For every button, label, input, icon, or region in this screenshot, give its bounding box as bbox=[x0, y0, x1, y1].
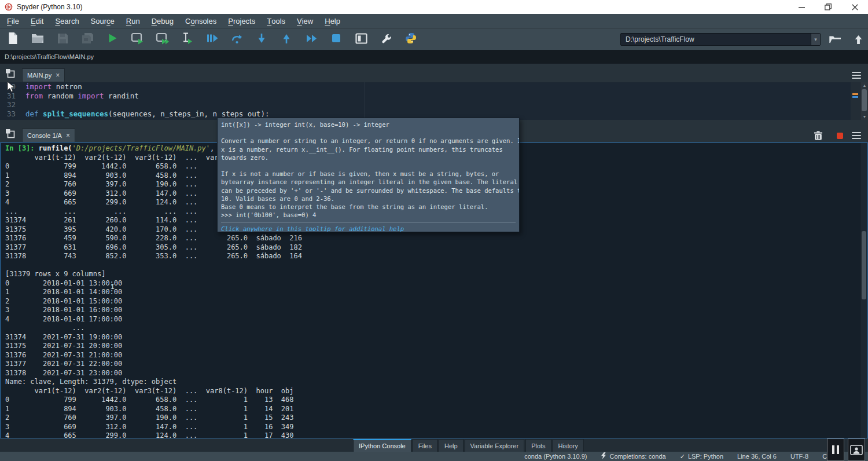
menu-edit[interactable]: Edit bbox=[25, 14, 49, 28]
tooltip-line: towards zero. bbox=[221, 153, 516, 162]
console-tab-label: Console 1/A bbox=[27, 132, 62, 139]
console-tab[interactable]: Console 1/A × bbox=[22, 129, 75, 142]
completions-status[interactable]: Completions: conda bbox=[601, 452, 665, 460]
menu-search[interactable]: Search bbox=[49, 14, 84, 28]
save-file-icon bbox=[57, 33, 68, 46]
clear-console-button[interactable] bbox=[812, 129, 825, 142]
console-scrollbar[interactable] bbox=[860, 143, 867, 438]
menu-run[interactable]: Run bbox=[120, 14, 146, 28]
editor-tab-label: MAIN.py bbox=[27, 72, 52, 79]
lsp-status[interactable]: ✓LSP: Python bbox=[680, 453, 723, 460]
run-cell-advance-button[interactable] bbox=[155, 31, 169, 47]
menu-tools[interactable]: Tools bbox=[261, 14, 291, 28]
tooltip-line: If x is not a number or if base is given… bbox=[221, 170, 516, 178]
close-icon[interactable]: × bbox=[56, 72, 60, 78]
spyder-logo-icon bbox=[5, 3, 13, 11]
pythonpath-manager-icon bbox=[405, 32, 417, 46]
menu-debug[interactable]: Debug bbox=[146, 14, 179, 28]
run-file-button[interactable] bbox=[105, 31, 119, 47]
menu-projects[interactable]: Projects bbox=[222, 14, 261, 28]
stop-debugging-button[interactable] bbox=[329, 31, 343, 47]
browse-tabs-icon[interactable] bbox=[5, 68, 16, 79]
preferences-button[interactable] bbox=[379, 31, 393, 47]
encoding-status-label: UTF-8 bbox=[790, 453, 808, 460]
tooltip-line bbox=[221, 129, 516, 137]
interpreter-status[interactable]: conda (Python 3.10.9) bbox=[524, 453, 587, 460]
minimize-button[interactable] bbox=[788, 0, 815, 14]
editor-scrollbar-thumb[interactable] bbox=[862, 89, 867, 111]
run-selection-button[interactable] bbox=[180, 31, 194, 47]
menu-help[interactable]: Help bbox=[319, 14, 346, 28]
working-directory-combobox[interactable]: D:\projects\TrafficFlow ▾ bbox=[620, 33, 821, 46]
step-return-icon bbox=[282, 33, 291, 46]
tooltip-line: x is a number, return x.__int__(). For f… bbox=[221, 145, 516, 153]
console-line: 31378 743 852.0 353.0 ... 265.0 sábado 1… bbox=[5, 252, 302, 261]
open-file-button[interactable] bbox=[31, 31, 45, 47]
tooltip-line: Base 0 means to interpret the base from … bbox=[221, 203, 516, 211]
close-button[interactable] bbox=[841, 0, 868, 14]
browse-tabs-icon[interactable] bbox=[5, 129, 16, 139]
code-line: 33def split_sequences(sequences, n_steps… bbox=[0, 109, 851, 119]
column-ruler bbox=[365, 82, 365, 120]
code-editor[interactable]: 30import netron31from random import rand… bbox=[0, 82, 851, 120]
tooltip-line: bytearray instance representing an integ… bbox=[221, 178, 516, 186]
menu-consoles[interactable]: Consoles bbox=[179, 14, 222, 28]
console-line: 2 2018-01-01 15:00:00 bbox=[5, 297, 302, 306]
console-line: 31377 2021-07-31 22:00:00 bbox=[5, 360, 302, 369]
menu-view[interactable]: View bbox=[291, 14, 319, 28]
cursor-position[interactable]: Line 36, Col 6 bbox=[737, 453, 777, 460]
spyder-window: Spyder (Python 3.10) FileEditSearchSourc… bbox=[0, 0, 868, 461]
debug-file-button[interactable] bbox=[205, 31, 219, 47]
current-file-path: D:\projects\TrafficFlow\MAIN.py bbox=[5, 53, 94, 60]
pythonpath-manager-button[interactable] bbox=[404, 31, 418, 47]
restore-button[interactable] bbox=[815, 0, 841, 14]
presenter-button[interactable] bbox=[848, 438, 865, 461]
menubar: FileEditSearchSourceRunDebugConsolesProj… bbox=[0, 14, 868, 29]
step-over-button[interactable] bbox=[230, 31, 244, 47]
menu-source[interactable]: Source bbox=[85, 14, 120, 28]
maximize-pane-button[interactable] bbox=[354, 31, 368, 47]
plugin-tab-files[interactable]: Files bbox=[413, 439, 437, 452]
plugin-tab-plots[interactable]: Plots bbox=[525, 439, 551, 452]
browse-working-directory-button[interactable] bbox=[827, 32, 843, 46]
scroll-down-icon[interactable]: ▼ bbox=[860, 115, 868, 119]
close-icon[interactable]: × bbox=[66, 133, 70, 138]
code-line: 30import netron bbox=[0, 82, 851, 92]
interpreter-status-label: conda (Python 3.10.9) bbox=[524, 453, 587, 460]
plugin-tab-help[interactable]: Help bbox=[439, 439, 464, 452]
plugin-tab-history[interactable]: History bbox=[553, 439, 584, 452]
statusbar: conda (Python 3.10.9)Completions: conda✓… bbox=[0, 452, 868, 461]
parent-directory-button[interactable] bbox=[851, 32, 866, 46]
plugin-tab-ipython-console[interactable]: IPython Console bbox=[353, 439, 411, 452]
console-line: 4 665 299.0 124.0 ... 1 17 430 bbox=[5, 431, 302, 438]
run-cell-button[interactable] bbox=[130, 31, 144, 47]
new-file-button[interactable] bbox=[6, 31, 20, 47]
info-marker bbox=[852, 96, 858, 98]
run-cell-icon bbox=[131, 32, 144, 47]
console-line: 1 894 903.0 458.0 ... 1 14 201 bbox=[5, 405, 302, 414]
console-options-menu-button[interactable] bbox=[852, 132, 861, 139]
pause-button[interactable] bbox=[827, 438, 844, 461]
plugin-tab-variable-explorer[interactable]: Variable Explorer bbox=[465, 439, 525, 452]
cursor-position-label: Line 36, Col 6 bbox=[737, 453, 777, 460]
tooltip-help-link[interactable]: Click anywhere in this tooltip for addit… bbox=[221, 225, 516, 232]
editor-options-menu-button[interactable] bbox=[852, 72, 861, 79]
editor-tab-mainpy[interactable]: MAIN.py × bbox=[22, 68, 65, 82]
console-line: 31377 631 696.0 305.0 ... 265.0 sábado 1… bbox=[5, 243, 302, 253]
save-file-button bbox=[56, 31, 69, 47]
scroll-up-icon[interactable]: ▲ bbox=[860, 83, 868, 87]
console-scrollbar-thumb[interactable] bbox=[862, 231, 866, 299]
chevron-down-icon[interactable]: ▾ bbox=[811, 34, 820, 45]
interrupt-kernel-button[interactable] bbox=[833, 129, 846, 142]
editor-scrollbar[interactable]: ▲ ▼ bbox=[860, 82, 868, 120]
calltip-tooltip[interactable]: int([x]) -> integer int(x, base=10) -> i… bbox=[217, 118, 520, 232]
step-return-button[interactable] bbox=[279, 31, 293, 47]
scrollflag-area bbox=[851, 82, 860, 120]
encoding-status[interactable]: UTF-8 bbox=[790, 453, 808, 460]
menu-file[interactable]: File bbox=[1, 14, 25, 28]
tooltip-line: 10. Valid bases are 0 and 2-36. bbox=[221, 195, 516, 203]
code-line: 31from random import randint bbox=[0, 92, 851, 101]
step-into-button[interactable] bbox=[255, 31, 269, 47]
continue-execution-button[interactable] bbox=[304, 31, 318, 47]
tooltip-divider bbox=[221, 222, 516, 222]
